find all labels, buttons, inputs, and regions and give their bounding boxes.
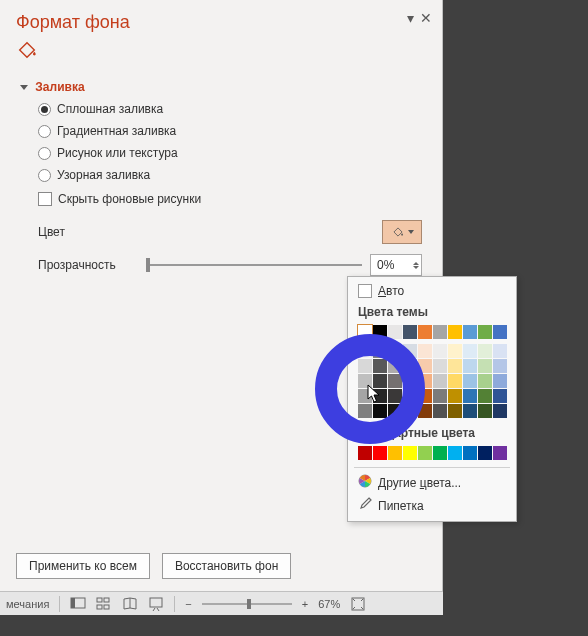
color-swatch[interactable] <box>358 446 372 460</box>
color-swatch[interactable] <box>403 359 417 373</box>
zoom-value[interactable]: 67% <box>318 598 340 610</box>
color-swatch[interactable] <box>463 374 477 388</box>
color-swatch[interactable] <box>448 404 462 418</box>
sorter-view-icon[interactable] <box>96 596 112 612</box>
normal-view-icon[interactable] <box>70 596 86 612</box>
reading-view-icon[interactable] <box>122 596 138 612</box>
reset-bg-button[interactable]: Восстановить фон <box>162 553 291 579</box>
color-swatch[interactable] <box>418 344 432 358</box>
color-swatch[interactable] <box>418 404 432 418</box>
color-swatch[interactable] <box>478 325 492 339</box>
color-swatch[interactable] <box>388 389 402 403</box>
color-swatch[interactable] <box>358 404 372 418</box>
color-swatch[interactable] <box>418 374 432 388</box>
color-swatch[interactable] <box>373 344 387 358</box>
color-swatch[interactable] <box>388 374 402 388</box>
radio-picture-fill[interactable]: Рисунок или текстура <box>38 146 422 160</box>
radio-solid-fill[interactable]: Сплошная заливка <box>38 102 422 116</box>
radio-pattern-fill[interactable]: Узорная заливка <box>38 168 422 182</box>
notes-tab[interactable]: мечания <box>6 598 49 610</box>
color-swatch[interactable] <box>403 446 417 460</box>
slider-thumb[interactable] <box>146 258 150 272</box>
color-swatch[interactable] <box>403 374 417 388</box>
color-swatch[interactable] <box>433 359 447 373</box>
color-swatch[interactable] <box>493 344 507 358</box>
color-swatch[interactable] <box>478 344 492 358</box>
color-dropdown[interactable] <box>382 220 422 244</box>
color-swatch[interactable] <box>373 404 387 418</box>
zoom-slider[interactable] <box>202 603 292 605</box>
color-swatch[interactable] <box>493 374 507 388</box>
color-swatch[interactable] <box>418 446 432 460</box>
color-swatch[interactable] <box>358 374 372 388</box>
color-swatch[interactable] <box>418 359 432 373</box>
color-swatch[interactable] <box>403 325 417 339</box>
color-swatch[interactable] <box>493 389 507 403</box>
color-swatch[interactable] <box>388 446 402 460</box>
panel-dropdown-icon[interactable]: ▾ <box>407 10 414 26</box>
color-swatch[interactable] <box>448 325 462 339</box>
color-swatch[interactable] <box>493 404 507 418</box>
fill-category-icon[interactable] <box>0 39 442 74</box>
color-auto[interactable]: Авто <box>348 281 516 301</box>
color-swatch[interactable] <box>388 359 402 373</box>
color-swatch[interactable] <box>433 325 447 339</box>
color-swatch[interactable] <box>478 374 492 388</box>
color-swatch[interactable] <box>373 374 387 388</box>
color-swatch[interactable] <box>448 374 462 388</box>
color-swatch[interactable] <box>478 389 492 403</box>
color-swatch[interactable] <box>478 446 492 460</box>
color-swatch[interactable] <box>433 446 447 460</box>
color-swatch[interactable] <box>373 359 387 373</box>
color-swatch[interactable] <box>433 374 447 388</box>
color-swatch[interactable] <box>448 389 462 403</box>
transparency-input[interactable]: 0% <box>370 254 422 276</box>
color-swatch[interactable] <box>448 344 462 358</box>
color-swatch[interactable] <box>388 344 402 358</box>
color-swatch[interactable] <box>463 344 477 358</box>
color-swatch[interactable] <box>463 389 477 403</box>
color-swatch[interactable] <box>418 325 432 339</box>
color-swatch[interactable] <box>358 344 372 358</box>
zoom-in-icon[interactable]: + <box>302 598 308 610</box>
color-swatch[interactable] <box>388 325 402 339</box>
color-swatch[interactable] <box>358 389 372 403</box>
color-swatch[interactable] <box>463 325 477 339</box>
radio-gradient-fill[interactable]: Градиентная заливка <box>38 124 422 138</box>
more-colors[interactable]: Другие цвета... <box>348 471 516 494</box>
eyedropper[interactable]: Пипетка <box>348 494 516 517</box>
color-swatch[interactable] <box>463 446 477 460</box>
color-swatch[interactable] <box>493 325 507 339</box>
color-swatch[interactable] <box>433 389 447 403</box>
color-swatch[interactable] <box>403 404 417 418</box>
spinner-down-icon[interactable] <box>413 266 419 269</box>
color-swatch[interactable] <box>493 446 507 460</box>
color-swatch[interactable] <box>478 359 492 373</box>
apply-all-button[interactable]: Применить ко всем <box>16 553 150 579</box>
color-swatch[interactable] <box>403 389 417 403</box>
slideshow-view-icon[interactable] <box>148 596 164 612</box>
collapse-arrow-icon[interactable] <box>20 85 28 90</box>
color-swatch[interactable] <box>358 325 372 339</box>
color-swatch[interactable] <box>373 446 387 460</box>
spinner-up-icon[interactable] <box>413 262 419 265</box>
color-swatch[interactable] <box>478 404 492 418</box>
color-swatch[interactable] <box>463 359 477 373</box>
color-swatch[interactable] <box>448 446 462 460</box>
fit-window-icon[interactable] <box>350 596 366 612</box>
color-swatch[interactable] <box>448 359 462 373</box>
color-swatch[interactable] <box>433 344 447 358</box>
color-swatch[interactable] <box>373 325 387 339</box>
color-swatch[interactable] <box>493 359 507 373</box>
transparency-slider[interactable] <box>146 264 362 266</box>
color-swatch[interactable] <box>403 344 417 358</box>
color-swatch[interactable] <box>433 404 447 418</box>
checkbox-hide-bg[interactable]: Скрыть фоновые рисунки <box>38 192 422 206</box>
color-swatch[interactable] <box>358 359 372 373</box>
color-swatch[interactable] <box>463 404 477 418</box>
color-swatch[interactable] <box>388 404 402 418</box>
color-swatch[interactable] <box>373 389 387 403</box>
panel-close-icon[interactable]: ✕ <box>420 10 432 26</box>
zoom-thumb[interactable] <box>247 599 251 609</box>
color-swatch[interactable] <box>418 389 432 403</box>
